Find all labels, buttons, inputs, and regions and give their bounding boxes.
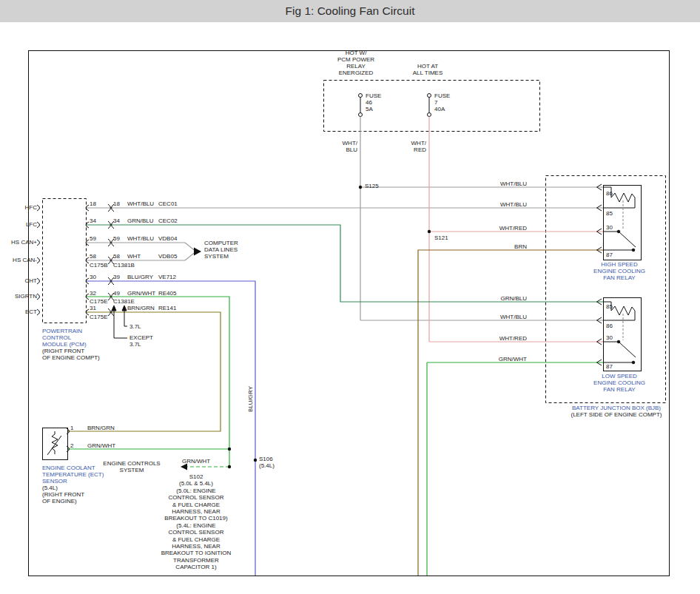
relay-wire-label: WHT/RED bbox=[481, 225, 527, 232]
hot-label-pcm-relay: HOT W/ PCM POWER RELAY ENERGIZED bbox=[326, 50, 386, 76]
pcm-box-outline bbox=[43, 199, 87, 323]
relay-pin-number: 86 bbox=[606, 190, 613, 197]
fuse-7-label: FUSE 7 40A bbox=[434, 92, 450, 112]
text-line: BREAKOUT TO C1019) bbox=[152, 515, 240, 522]
text-line: ENGINE COOLANT bbox=[42, 465, 104, 471]
pcm-caption: POWERTRAIN CONTROL MODULE (PCM) (RIGHT F… bbox=[42, 328, 100, 361]
text-line: WHT/ bbox=[398, 140, 426, 146]
splice-s102 bbox=[228, 465, 231, 468]
pin-number: 59 bbox=[90, 235, 96, 242]
text-line: (5.4L) bbox=[42, 485, 104, 491]
high-relay-switch bbox=[603, 232, 636, 250]
splice-s106-label: S106 bbox=[259, 456, 275, 462]
text-line: WHT/ bbox=[329, 140, 357, 146]
text-line: BREAKOUT TO IGNITION bbox=[152, 550, 240, 556]
text-line: HARNESS, NEAR bbox=[152, 508, 240, 515]
circuit-id: CEC01 bbox=[158, 200, 178, 207]
pin-number-2: 18 bbox=[113, 200, 120, 207]
splice-s125-label: S125 bbox=[365, 183, 379, 189]
text-line: EXCEPT bbox=[129, 334, 153, 341]
ect-sensor-caption: ENGINE COOLANT TEMPERATURE (ECT) SENSOR … bbox=[42, 465, 104, 504]
pin-number-2: 58 bbox=[113, 253, 120, 260]
pcm-pin-label-cht: CHT bbox=[7, 277, 37, 284]
pcm-pin-label-ect: ECT bbox=[7, 308, 37, 315]
text-line: RED bbox=[398, 146, 426, 153]
text-line: MODULE (PCM) bbox=[42, 341, 100, 348]
text-line: OF ENGINE) bbox=[42, 498, 104, 504]
connector-label-c175e-2: C175E bbox=[90, 314, 107, 320]
circuit-id: CEC02 bbox=[158, 217, 178, 224]
relay-pin-number: 87 bbox=[606, 363, 613, 370]
text-line: COMPUTER bbox=[204, 240, 238, 246]
pin-number: 31 bbox=[90, 305, 96, 311]
variant-3-7l-label: 3.7L bbox=[129, 323, 141, 330]
circuit-id: RE405 bbox=[158, 290, 176, 297]
connector-label-c175e: C175E bbox=[90, 298, 107, 305]
text-line: (5.4L: ENGINE bbox=[152, 522, 240, 529]
text-line: CONTROL SENSOR bbox=[152, 529, 240, 536]
pcm-pin-label-sigrtn: SIGRTN bbox=[7, 293, 37, 300]
pin-number-2: 49 bbox=[113, 290, 120, 297]
text-line: (5.0L & 5.4L) bbox=[152, 480, 240, 487]
text-line: ENGINE COOLING bbox=[591, 268, 647, 274]
pin-number: 32 bbox=[90, 290, 96, 297]
junction-dot bbox=[228, 448, 231, 450]
variant-brackets bbox=[112, 306, 127, 338]
wire-color: BRN/GRN bbox=[127, 305, 155, 311]
wire-color: BLU/GRY bbox=[127, 274, 153, 280]
splice-s121 bbox=[428, 230, 431, 233]
relay-wire-label: BRN bbox=[481, 243, 527, 250]
computer-data-arrowhead bbox=[194, 248, 201, 256]
variant-except-label: EXCEPT 3.7L bbox=[129, 334, 153, 348]
text-line: (RIGHT FRONT bbox=[42, 491, 104, 498]
s106-label: S106 (5.4L) bbox=[259, 456, 275, 469]
fuse-name: FUSE bbox=[366, 92, 381, 99]
text-line: POWERTRAIN bbox=[42, 328, 100, 334]
pcm-pin-label-lfc: LFC bbox=[7, 221, 37, 228]
text-line: ALL TIMES bbox=[398, 70, 457, 76]
text-line: ENGINE COOLING bbox=[591, 379, 647, 386]
ect-pin-2-label: 2 bbox=[70, 442, 73, 449]
pin-number-2: 59 bbox=[113, 235, 120, 242]
circuit-id: VDB04 bbox=[158, 235, 177, 242]
ect-wire-brngrn-label: BRN/GRN bbox=[87, 425, 115, 431]
text-line: ENGINE CONTROLS bbox=[101, 460, 163, 467]
relay-wire-label: GRN/WHT bbox=[481, 356, 527, 362]
wire-color: WHT/BLU bbox=[127, 200, 154, 207]
text-line: BATTERY JUNCTION BOX (BJB) bbox=[553, 405, 680, 411]
relay-pin-number: 30 bbox=[606, 224, 613, 231]
pin-number: 58 bbox=[90, 253, 96, 260]
connector-label-c175b: C175B bbox=[90, 262, 107, 269]
blugry-vertical-label: BLU/GRY bbox=[247, 381, 254, 418]
ect-wire-grnwht-label: GRN/WHT bbox=[87, 442, 115, 449]
circuit-id: VDB05 bbox=[158, 253, 177, 260]
text-line: BLU bbox=[329, 146, 357, 153]
hot-label-all-times: HOT AT ALL TIMES bbox=[398, 63, 457, 76]
ect-sensor-symbol bbox=[47, 428, 70, 455]
wiring-diagram-canvas bbox=[0, 0, 700, 594]
text-line: & FUEL CHARGE bbox=[152, 536, 240, 543]
text-line: CONTROL bbox=[42, 334, 100, 341]
text-line: 3.7L bbox=[129, 341, 153, 348]
pin-number-2: 34 bbox=[113, 217, 120, 224]
text-line: LOW SPEED bbox=[591, 373, 647, 379]
relay-wire-label: WHT/BLU bbox=[481, 180, 527, 187]
high-speed-relay-caption: HIGH SPEED ENGINE COOLING FAN RELAY bbox=[591, 261, 647, 281]
grnwht-dashed-label: GRN/WHT bbox=[182, 458, 210, 465]
relay-wire-label: GRN/BLU bbox=[481, 295, 527, 302]
computer-data-lines-label: COMPUTER DATA LINES SYSTEM bbox=[204, 240, 238, 260]
relay-wire-label: WHT/BLU bbox=[481, 201, 527, 208]
wire-label-whtblu-top: WHT/ BLU bbox=[329, 140, 357, 153]
engine-controls-label: ENGINE CONTROLS SYSTEM bbox=[101, 460, 163, 473]
connector-label-c1381e: C1381E bbox=[113, 298, 135, 305]
circuit-id: RE141 bbox=[158, 305, 176, 311]
text-line: (RIGHT FRONT bbox=[42, 348, 100, 354]
thermistor-zigzag bbox=[52, 431, 58, 454]
text-line: TRANSFORMER bbox=[152, 557, 240, 564]
relay-pin-number: 85 bbox=[606, 210, 613, 217]
text-line: TEMPERATURE (ECT) bbox=[42, 471, 104, 478]
fuse-rating: 40A bbox=[434, 106, 450, 112]
relay-wire-label: WHT/BLU bbox=[481, 314, 527, 320]
pin-number: 34 bbox=[90, 217, 96, 224]
wire-color: GRN/BLU bbox=[127, 217, 154, 224]
